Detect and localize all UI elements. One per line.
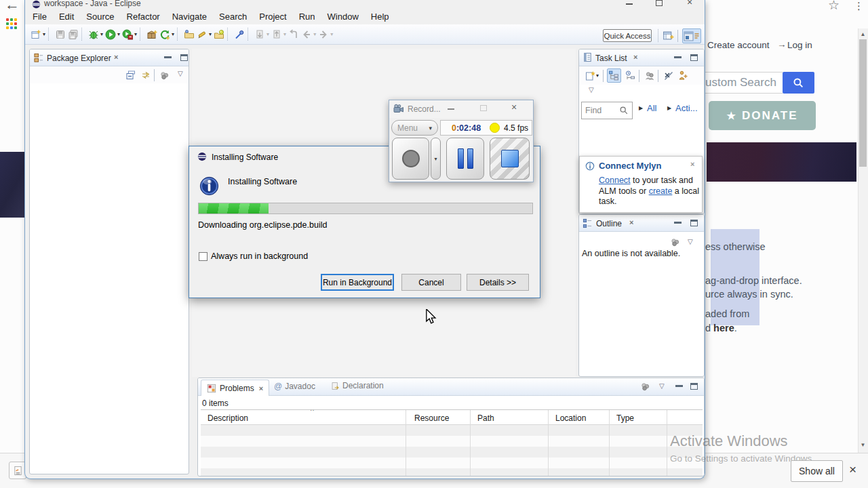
presentation-button[interactable]	[644, 70, 655, 81]
view-menu-icon[interactable]: ▽	[659, 382, 665, 390]
close-icon[interactable]: ×	[259, 384, 263, 392]
login-link[interactable]: Log in	[787, 40, 812, 50]
update-button[interactable]	[159, 28, 170, 40]
record-options-button[interactable]: ▾	[431, 138, 441, 180]
chevron-down-icon[interactable]: ▾	[100, 31, 103, 37]
view-menu-icon[interactable]: ▽	[688, 238, 693, 245]
chevron-down-icon[interactable]: ▾	[43, 31, 45, 37]
menu-search[interactable]: Search	[213, 9, 253, 24]
menu-refactor[interactable]: Refactor	[121, 9, 166, 24]
browser-back-icon[interactable]: ←	[5, 0, 20, 14]
close-icon[interactable]: ×	[633, 53, 637, 61]
open-type-button[interactable]	[213, 28, 224, 40]
scrollbar-thumb[interactable]	[859, 39, 867, 167]
pin-editor-button[interactable]	[233, 28, 245, 40]
link-with-editor-button[interactable]	[140, 69, 151, 81]
always-run-checkbox[interactable]	[199, 252, 208, 261]
find-task-input[interactable]: Find	[581, 102, 633, 119]
run-in-background-button[interactable]: Run in Background	[321, 274, 394, 291]
menu-file[interactable]: File	[26, 9, 53, 24]
debug-button[interactable]	[87, 28, 99, 40]
expand-arrow-icon[interactable]: ▶	[667, 105, 671, 111]
new-wizard-button[interactable]	[30, 28, 41, 40]
maximize-view-icon[interactable]	[690, 54, 698, 61]
expand-arrow-icon[interactable]: ▶	[639, 105, 643, 111]
menu-navigate[interactable]: Navigate	[166, 9, 213, 24]
open-task-button[interactable]	[183, 28, 195, 40]
maximize-view-icon[interactable]	[180, 54, 188, 61]
chevron-down-icon[interactable]: ▾	[172, 31, 174, 37]
chevron-down-icon[interactable]: ▾	[596, 73, 599, 79]
scroll-up-icon[interactable]: ▲	[858, 31, 868, 37]
focus-on-workweek-button[interactable]	[677, 70, 688, 81]
browser-menu-icon[interactable]: ⋮	[854, 0, 864, 12]
here-link[interactable]: here	[713, 323, 734, 333]
filter-activate-link[interactable]: Acti...	[675, 103, 698, 113]
filter-all-link[interactable]: All	[647, 103, 656, 113]
view-menu-icon[interactable]: ▽	[589, 86, 594, 94]
java-perspective-button[interactable]	[682, 28, 701, 43]
close-icon[interactable]: ×	[114, 53, 118, 61]
menu-project[interactable]: Project	[253, 9, 292, 24]
donate-button[interactable]: ★ DONATE	[709, 101, 816, 130]
new-java-project-button[interactable]	[146, 28, 157, 40]
tab-package-explorer[interactable]: Package Explorer	[47, 54, 111, 63]
minimize-view-icon[interactable]	[164, 56, 172, 58]
menu-window[interactable]: Window	[321, 9, 365, 24]
tab-declaration[interactable]: Declaration	[331, 381, 384, 390]
new-task-button[interactable]	[584, 70, 595, 81]
record-button[interactable]	[392, 138, 429, 180]
site-search-button[interactable]	[783, 72, 814, 94]
tab-problems[interactable]: Problems ×	[201, 380, 269, 396]
menu-source[interactable]: Source	[80, 9, 120, 24]
apps-grid-icon[interactable]	[6, 18, 16, 28]
open-perspective-button[interactable]	[663, 30, 674, 41]
categorized-view-button[interactable]	[607, 68, 621, 83]
minimize-view-icon[interactable]	[674, 56, 682, 58]
run-button[interactable]	[104, 28, 116, 40]
chevron-down-icon[interactable]: ▾	[209, 31, 212, 37]
custom-search-input[interactable]: ustom Search	[703, 72, 783, 94]
show-all-button[interactable]: Show all	[791, 460, 843, 482]
maximize-view-icon[interactable]	[690, 383, 698, 390]
mylyn-connect-link[interactable]: Connect	[599, 176, 631, 185]
pause-button[interactable]	[446, 138, 484, 180]
window-close-button[interactable]: ×	[687, 0, 692, 6]
scheduled-view-button[interactable]	[625, 70, 636, 81]
menu-edit[interactable]: Edit	[53, 9, 80, 24]
window-minimize-button[interactable]	[626, 3, 633, 5]
close-icon[interactable]: ×	[690, 160, 694, 168]
bookmark-star-icon[interactable]: ☆	[828, 0, 840, 13]
close-icon[interactable]: ×	[629, 218, 633, 226]
mylyn-create-link[interactable]: create	[649, 186, 673, 196]
tab-outline[interactable]: Outline	[596, 219, 622, 228]
recorder-minimize-button[interactable]	[448, 108, 454, 110]
minimize-view-icon[interactable]	[675, 385, 683, 387]
recorder-close-button[interactable]: ×	[511, 103, 517, 111]
stop-button[interactable]	[490, 138, 530, 180]
focus-dots-icon[interactable]	[639, 381, 651, 392]
chevron-down-icon[interactable]: ▾	[134, 31, 137, 37]
menu-run[interactable]: Run	[293, 9, 321, 24]
view-menu-icon[interactable]: ▽	[178, 70, 183, 77]
collapse-all-button[interactable]	[124, 69, 136, 81]
window-maximize-button[interactable]	[656, 0, 663, 6]
tab-javadoc[interactable]: @ Javadoc	[274, 382, 315, 391]
focus-dots-icon[interactable]	[669, 237, 681, 248]
tab-task-list[interactable]: Task List	[595, 54, 627, 63]
quick-access-button[interactable]: Quick Access	[603, 29, 652, 42]
chevron-down-icon[interactable]: ▾	[117, 31, 120, 37]
scroll-down-icon[interactable]: ▼	[858, 442, 868, 448]
create-account-link[interactable]: Create account	[707, 40, 770, 50]
run-external-tools-button[interactable]	[121, 28, 133, 40]
focus-dots-icon[interactable]	[159, 70, 170, 81]
highlight-pen-button[interactable]	[196, 28, 208, 40]
recorder-menu-button[interactable]: Menu ▾	[391, 120, 438, 136]
minimize-view-icon[interactable]	[674, 222, 682, 224]
menu-help[interactable]: Help	[365, 9, 395, 24]
details-button[interactable]: Details >>	[467, 274, 529, 291]
filter-completed-button[interactable]	[663, 70, 674, 81]
maximize-view-icon[interactable]	[690, 220, 698, 226]
download-bar-close-icon[interactable]: ×	[849, 462, 856, 477]
cancel-button[interactable]: Cancel	[401, 274, 461, 291]
